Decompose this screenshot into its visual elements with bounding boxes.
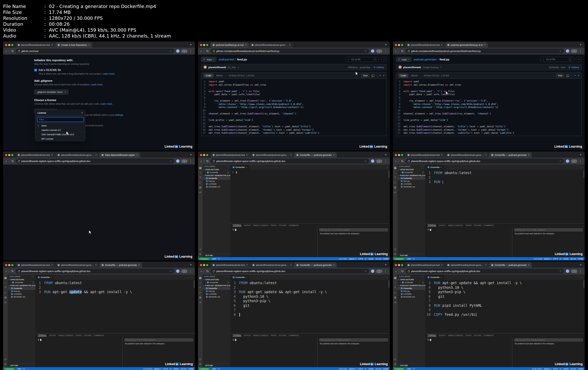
- reload-icon[interactable]: ↻: [11, 270, 14, 273]
- explorer-file[interactable]: feed.py: [8, 290, 35, 293]
- panel-tab[interactable]: DEBUG CONSOLE: [253, 335, 268, 336]
- extensions-icon[interactable]: ▦: [199, 296, 201, 299]
- extensions-icon[interactable]: ▦: [199, 186, 201, 189]
- close-window-icon[interactable]: [200, 154, 202, 156]
- settings-gear-icon[interactable]: ⚙: [199, 253, 202, 256]
- minimize-window-icon[interactable]: [203, 44, 205, 46]
- panel-tab[interactable]: GITLENS: [279, 335, 286, 336]
- history-link[interactable]: ↺History: [568, 66, 579, 69]
- repo-link[interactable]: podcast-test: [219, 58, 234, 61]
- forward-icon[interactable]: ›: [8, 270, 10, 273]
- cursor-position[interactable]: Ln 1, Col 1: [339, 258, 347, 260]
- profile-avatar[interactable]: [176, 159, 179, 163]
- address-bar[interactable]: planetoftheweb-vigilant-space-sniffle-vg…: [16, 269, 174, 274]
- editor-actions-icon[interactable]: ⋯: [579, 166, 585, 168]
- update-button[interactable]: ⋮: [181, 269, 188, 273]
- panel-tab[interactable]: GITLENS: [474, 224, 481, 226]
- panel-tab[interactable]: DEBUG CONSOLE: [448, 224, 463, 226]
- status-item[interactable]: Spaces: 2: [544, 368, 551, 370]
- terminal[interactable]: $: [230, 227, 317, 257]
- browser-tab[interactable]: Dockerfile — podcast-generato ×: [489, 152, 532, 158]
- explorer-icon[interactable]: ▤: [199, 277, 201, 279]
- panel-tab[interactable]: OUTPUT: [49, 335, 56, 336]
- panel-tab[interactable]: GITLENS: [84, 335, 92, 336]
- menu-icon[interactable]: ⋮: [189, 270, 192, 273]
- edit-icon[interactable]: ✎: [574, 74, 576, 77]
- browser-tab[interactable]: planetoftheweb/podcast-generator ×: [55, 262, 99, 268]
- cursor-position[interactable]: Ln 8, Col 3: [339, 368, 347, 370]
- zoom-window-icon[interactable]: [401, 44, 403, 46]
- explorer-file[interactable]: Dockerfile: [397, 177, 425, 180]
- source-control-icon[interactable]: Ƴ: [394, 286, 396, 289]
- sync-icon[interactable]: ↻: [23, 368, 25, 370]
- run-debug-icon[interactable]: ▷: [4, 291, 6, 294]
- code-editor[interactable]: 3RUN apt-get update && apt-get install -…: [425, 280, 585, 333]
- code-tab[interactable]: Code: [398, 74, 409, 78]
- panel-tab[interactable]: PORTS: [466, 335, 472, 336]
- window-controls[interactable]: [395, 264, 403, 266]
- tab-close-icon[interactable]: ×: [51, 43, 53, 46]
- settings-gear-icon[interactable]: ⚙: [199, 363, 202, 366]
- forward-icon[interactable]: ›: [8, 50, 10, 53]
- raw-button[interactable]: Raw: [556, 74, 564, 78]
- status-item[interactable]: Go Live: [181, 368, 186, 370]
- copy-icon[interactable]: [372, 74, 374, 77]
- browser-tab[interactable]: planetoftheweb/podcast-test ×: [210, 152, 250, 158]
- tab-close-icon[interactable]: ×: [484, 43, 486, 46]
- browser-tab[interactable]: planetoftheweb/podcast-test ×: [405, 262, 445, 268]
- reload-icon[interactable]: ↻: [11, 50, 14, 53]
- window-controls[interactable]: [395, 44, 403, 46]
- panel-tab[interactable]: OUTPUT: [244, 335, 251, 336]
- branch-selector[interactable]: main▾: [201, 57, 216, 62]
- panel-tab[interactable]: TERMINAL: [428, 224, 436, 227]
- status-item[interactable]: Go Live: [571, 258, 576, 260]
- tab-close-icon[interactable]: ×: [95, 264, 97, 266]
- open-editor-item[interactable]: ×DockerfileU: [397, 171, 425, 174]
- editor-actions-icon[interactable]: ⋯: [189, 276, 195, 278]
- tab-close-icon[interactable]: ×: [136, 154, 138, 156]
- browser-tab[interactable]: Dockerfile — podcast-generato ×: [489, 262, 532, 268]
- remote-explorer-icon[interactable]: ⇄: [199, 191, 201, 194]
- repo-link[interactable]: podcast-generator: [414, 58, 437, 61]
- open-editor-item[interactable]: ×DockerfileU: [8, 281, 35, 284]
- browser-tab[interactable]: planetoftheweb/podcast-test ×: [15, 262, 55, 268]
- address-bar[interactable]: planetoftheweb-vigilant-space-sniffle-vg…: [211, 159, 369, 164]
- browser-tab[interactable]: planetoftheweb/podcast-test ×: [210, 262, 250, 268]
- extensions-icon[interactable]: ▦: [4, 296, 6, 299]
- browser-tab[interactable]: planetoftheweb/podcast-test ×: [15, 152, 55, 158]
- readme-checkbox[interactable]: ✓: [34, 69, 37, 71]
- tab-close-icon[interactable]: ×: [88, 43, 90, 46]
- status-item[interactable]: Prettier: [578, 368, 583, 370]
- remote-indicator[interactable]: Codespaces: [198, 257, 210, 260]
- explorer-file[interactable]: feed.py: [397, 290, 425, 293]
- open-editor-item[interactable]: ×DockerfileU: [397, 281, 425, 284]
- learn-more-link[interactable]: Learn more.: [100, 103, 113, 105]
- panel-tab[interactable]: COMMENTS: [484, 335, 494, 336]
- panel-tab[interactable]: COMMENTS: [484, 224, 494, 226]
- update-button[interactable]: ⋮: [376, 49, 383, 53]
- forward-icon[interactable]: ›: [203, 50, 204, 53]
- panel-tab[interactable]: OUTPUT: [244, 224, 251, 226]
- bookmark-star-icon[interactable]: ☆: [559, 50, 562, 52]
- close-window-icon[interactable]: [200, 44, 202, 46]
- status-item[interactable]: UTF-8: [358, 368, 363, 370]
- goto-file-button[interactable]: ⌕Go to filet: [346, 57, 379, 62]
- zoom-window-icon[interactable]: [401, 154, 403, 156]
- minimize-window-icon[interactable]: [203, 264, 205, 266]
- search-icon[interactable]: ⌕: [200, 282, 201, 284]
- new-tab-button[interactable]: +: [385, 263, 387, 267]
- close-icon[interactable]: ×: [400, 282, 401, 283]
- commit-message-link[interactable]: Create feed.py: [423, 66, 439, 69]
- explorer-file[interactable]: feed.py: [203, 290, 230, 293]
- run-debug-icon[interactable]: ▷: [394, 291, 396, 294]
- status-item[interactable]: Go Live: [376, 368, 381, 370]
- new-tab-button[interactable]: +: [190, 43, 192, 47]
- search-icon[interactable]: ⌕: [200, 172, 201, 174]
- explorer-icon[interactable]: ▤: [394, 277, 396, 279]
- problems-filter-input[interactable]: Filter (e.g. text, **/*.ts, !**/node_mod…: [319, 228, 388, 231]
- learn-more-link[interactable]: Learn more.: [91, 83, 103, 86]
- browser-tab[interactable]: Dockerfile — podcast-generato ×: [99, 262, 142, 268]
- status-item[interactable]: Docker: [563, 368, 569, 370]
- editor-actions-icon[interactable]: ⋯: [384, 276, 390, 278]
- remote-explorer-icon[interactable]: ⇄: [4, 301, 6, 304]
